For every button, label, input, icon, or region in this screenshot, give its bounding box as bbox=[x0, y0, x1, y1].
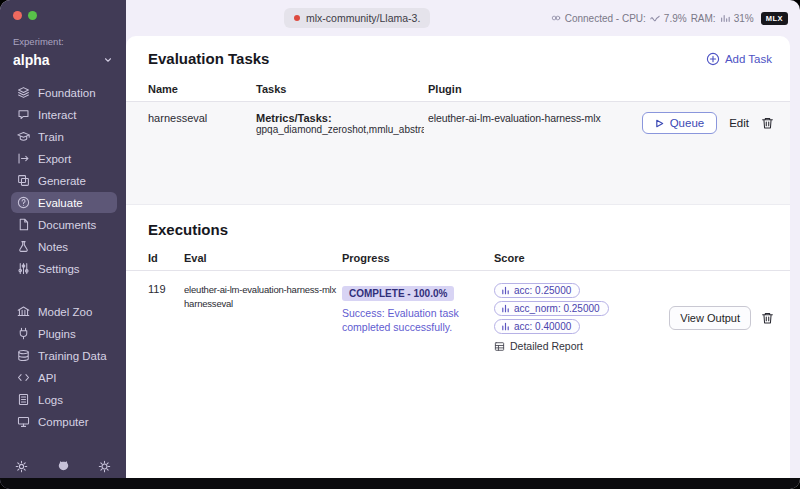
queue-button[interactable]: Queue bbox=[642, 112, 718, 134]
experiment-name: alpha bbox=[13, 52, 50, 68]
database-icon bbox=[17, 349, 30, 362]
executions-table-header: Id Eval Progress Score bbox=[126, 246, 790, 271]
table-row: harnesseval Metrics/Tasks: gpqa_diamond_… bbox=[126, 102, 790, 137]
model-status-dot bbox=[294, 15, 300, 21]
metrics-value: gpqa_diamond_zeroshot,mmlu_abstract_alge… bbox=[256, 124, 424, 135]
sidebar-item-computer[interactable]: Computer bbox=[11, 411, 117, 432]
sidebar-item-plugins[interactable]: Plugins bbox=[11, 323, 117, 344]
window-bottom-bar bbox=[0, 478, 800, 489]
evaluation-tasks-header: Evaluation Tasks Add Task bbox=[126, 36, 790, 77]
delete-execution-button[interactable] bbox=[761, 311, 774, 325]
sidebar-item-evaluate[interactable]: Evaluate bbox=[11, 192, 117, 213]
view-output-button[interactable]: View Output bbox=[669, 306, 751, 330]
sidebar-item-interact[interactable]: Interact bbox=[11, 104, 117, 125]
execution-id: 119 bbox=[148, 283, 184, 295]
model-pill[interactable]: mlx-community/Llama-3. bbox=[284, 8, 430, 28]
queue-label: Queue bbox=[670, 117, 705, 129]
table-icon bbox=[494, 341, 505, 352]
export-arrow-icon bbox=[17, 152, 30, 165]
execution-eval-name: harnesseval bbox=[184, 298, 233, 309]
execution-progress: COMPLETE - 100.0% Success: Evaluation ta… bbox=[342, 283, 494, 334]
sidebar-item-training-data[interactable]: Training Data bbox=[11, 345, 117, 366]
close-button[interactable] bbox=[13, 11, 22, 20]
column-header-tasks: Tasks bbox=[256, 77, 428, 101]
memory-icon bbox=[720, 13, 730, 23]
column-header-progress: Progress bbox=[342, 246, 494, 270]
edit-button[interactable]: Edit bbox=[729, 117, 749, 129]
column-header-exec-actions bbox=[648, 246, 774, 270]
trash-icon bbox=[761, 311, 774, 325]
execution-score: acc: 0.25000 acc_norm: 0.25000 acc: 0.40… bbox=[494, 283, 648, 352]
zoom-button[interactable] bbox=[28, 11, 37, 20]
sidebar-item-label: Train bbox=[38, 131, 64, 143]
score-badge: acc_norm: 0.25000 bbox=[494, 301, 609, 316]
sidebar-item-label: Plugins bbox=[38, 328, 76, 340]
sidebar-item-label: Generate bbox=[38, 175, 86, 187]
task-actions: Queue Edit bbox=[604, 112, 774, 134]
sidebar-item-settings[interactable]: Settings bbox=[11, 258, 117, 279]
executions-header: Executions bbox=[126, 205, 790, 246]
connected-cpu-label: Connected - CPU: bbox=[565, 13, 646, 24]
sidebar-item-label: Foundation bbox=[38, 87, 96, 99]
detailed-report-link[interactable]: Detailed Report bbox=[494, 340, 583, 352]
score-value: acc_norm: 0.25000 bbox=[514, 303, 600, 314]
sidebar-item-label: Evaluate bbox=[38, 197, 83, 209]
metrics-label: Metrics/Tasks: bbox=[256, 112, 332, 124]
help-circle-icon bbox=[17, 196, 30, 209]
sidebar-item-label: Interact bbox=[38, 109, 76, 121]
mlx-badge: MLX bbox=[761, 12, 788, 25]
code-brackets-icon bbox=[17, 371, 30, 384]
execution-actions: View Output bbox=[648, 306, 774, 330]
task-name: harnesseval bbox=[148, 112, 256, 124]
bar-chart-icon bbox=[501, 322, 510, 331]
link-icon bbox=[551, 13, 561, 23]
sidebar-item-label: Documents bbox=[38, 219, 96, 231]
column-header-eval: Eval bbox=[184, 246, 342, 270]
log-file-icon bbox=[17, 393, 30, 406]
experiment-selector[interactable]: alpha bbox=[11, 50, 117, 70]
score-value: acc: 0.25000 bbox=[514, 285, 571, 296]
column-header-plugin: Plugin bbox=[428, 77, 604, 101]
sidebar-item-api[interactable]: API bbox=[11, 367, 117, 388]
sidebar-item-documents[interactable]: Documents bbox=[11, 214, 117, 235]
topbar: mlx-community/Llama-3. Connected - CPU: … bbox=[126, 0, 800, 36]
bank-icon bbox=[17, 305, 30, 318]
main-area: mlx-community/Llama-3. Connected - CPU: … bbox=[126, 0, 800, 489]
detailed-report-label: Detailed Report bbox=[510, 340, 583, 352]
sidebar-item-label: Export bbox=[38, 153, 71, 165]
generate-icon bbox=[17, 174, 30, 187]
graduation-cap-icon bbox=[17, 130, 30, 143]
sliders-icon bbox=[17, 262, 30, 275]
sidebar-item-label: Settings bbox=[38, 263, 80, 275]
app-window: Experiment: alpha Foundation Interact Tr… bbox=[0, 0, 800, 489]
sidebar-item-model-zoo[interactable]: Model Zoo bbox=[11, 301, 117, 322]
sidebar-item-foundation[interactable]: Foundation bbox=[11, 82, 117, 103]
sidebar-item-train[interactable]: Train bbox=[11, 126, 117, 147]
column-header-score: Score bbox=[494, 246, 648, 270]
github-icon[interactable] bbox=[57, 460, 70, 473]
sidebar-item-generate[interactable]: Generate bbox=[11, 170, 117, 191]
document-icon bbox=[17, 218, 30, 231]
ram-value: 31% bbox=[734, 13, 754, 24]
delete-task-button[interactable] bbox=[761, 116, 774, 130]
gear-icon[interactable] bbox=[98, 460, 111, 473]
plug-icon bbox=[17, 327, 30, 340]
sidebar: Experiment: alpha Foundation Interact Tr… bbox=[0, 0, 126, 489]
sidebar-item-label: Model Zoo bbox=[38, 306, 92, 318]
sidebar-item-label: Computer bbox=[38, 416, 89, 428]
cpu-sparkline-icon bbox=[650, 13, 660, 23]
add-task-button[interactable]: Add Task bbox=[706, 52, 772, 66]
layers-icon bbox=[17, 86, 30, 99]
sidebar-item-label: Training Data bbox=[38, 350, 107, 362]
evaluation-tasks-table-body: harnesseval Metrics/Tasks: gpqa_diamond_… bbox=[126, 102, 790, 205]
score-badge: acc: 0.25000 bbox=[494, 283, 580, 298]
sidebar-item-export[interactable]: Export bbox=[11, 148, 117, 169]
sidebar-item-notes[interactable]: Notes bbox=[11, 236, 117, 257]
monitor-icon bbox=[17, 415, 30, 428]
cpu-value: 7.9% bbox=[664, 13, 687, 24]
theme-toggle-icon[interactable] bbox=[15, 460, 28, 473]
chevron-down-icon bbox=[103, 55, 113, 65]
table-row: 119 eleuther-ai-lm-evaluation-harness-ml… bbox=[126, 271, 790, 352]
column-header-name: Name bbox=[148, 77, 256, 101]
sidebar-item-logs[interactable]: Logs bbox=[11, 389, 117, 410]
